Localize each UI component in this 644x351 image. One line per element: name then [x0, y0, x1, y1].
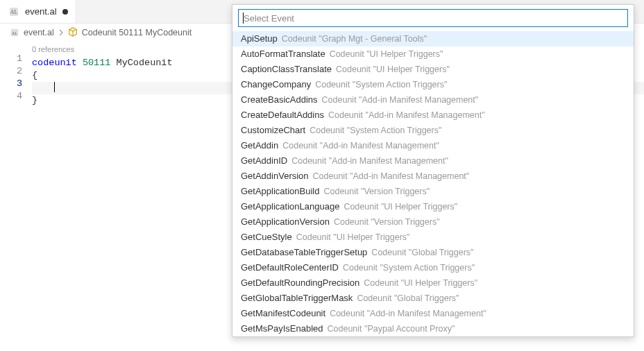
picker-item-event: GetDefaultRoundingPrecision: [241, 277, 359, 288]
picker-item[interactable]: ApiSetupCodeunit "Graph Mgt - General To…: [232, 31, 634, 46]
picker-item-source: Codeunit "Add-in Manifest Management": [328, 110, 485, 120]
picker-item-source: Codeunit "System Action Triggers": [343, 263, 475, 273]
picker-item[interactable]: CustomizeChartCodeunit "System Action Tr…: [232, 123, 634, 138]
picker-item[interactable]: AutoFormatTranslateCodeunit "UI Helper T…: [232, 46, 634, 62]
picker-item-source: Codeunit "Add-in Manifest Management": [282, 141, 439, 151]
picker-item[interactable]: GetManifestCodeunitCodeunit "Add-in Mani…: [232, 306, 634, 321]
picker-item[interactable]: CreateBasicAddinsCodeunit "Add-in Manife…: [232, 92, 634, 108]
picker-item-source: Codeunit "UI Helper Triggers": [296, 232, 410, 242]
picker-item[interactable]: GetDefaultRoundingPrecisionCodeunit "UI …: [232, 275, 634, 291]
picker-item-event: AutoFormatTranslate: [241, 49, 325, 59]
tab-label: event.al: [25, 6, 57, 17]
picker-item-event: GetManifestCodeunit: [241, 308, 325, 318]
al-file-icon: AL: [8, 6, 19, 17]
picker-item-event: GetAddin: [241, 140, 278, 151]
picker-item-event: GetAddinVersion: [241, 171, 309, 181]
svg-text:AL: AL: [12, 31, 17, 35]
picker-item[interactable]: GetApplicationBuildCodeunit "Version Tri…: [232, 184, 634, 199]
quick-picker: Select Event ApiSetupCodeunit "Graph Mgt…: [232, 4, 634, 337]
dirty-indicator-icon: [62, 9, 68, 15]
picker-item-event: ChangeCompany: [241, 79, 311, 89]
picker-item-event: CreateDefaultAddins: [241, 110, 324, 120]
svg-text:AL: AL: [10, 9, 18, 15]
picker-item[interactable]: CreateDefaultAddinsCodeunit "Add-in Mani…: [232, 108, 634, 123]
line-number: 3: [0, 78, 22, 90]
codeunit-icon: [68, 27, 78, 39]
picker-item[interactable]: GetDefaultRoleCenterIDCodeunit "System A…: [232, 260, 634, 275]
line-number: 4: [0, 90, 22, 103]
picker-item-event: CreateBasicAddins: [241, 94, 318, 105]
line-number: 1: [0, 53, 22, 65]
line-number-gutter: 1 2 3 4: [0, 43, 32, 107]
picker-item-source: Codeunit "Add-in Manifest Management": [313, 171, 470, 181]
text-cursor-icon: [54, 82, 55, 92]
picker-item[interactable]: GetDatabaseTableTriggerSetupCodeunit "Gl…: [232, 245, 634, 260]
picker-item-event: CustomizeChart: [241, 125, 305, 135]
picker-item-source: Codeunit "Global Triggers": [357, 293, 459, 303]
picker-item-event: GetDatabaseTableTriggerSetup: [241, 247, 367, 257]
picker-item-source: Codeunit "UI Helper Triggers": [336, 65, 450, 74]
al-file-icon: AL: [10, 28, 19, 37]
picker-item[interactable]: ChangeCompanyCodeunit "System Action Tri…: [232, 77, 634, 92]
picker-item-source: Codeunit "System Action Triggers": [315, 80, 447, 89]
picker-item-event: GetAddinID: [241, 155, 287, 166]
picker-item[interactable]: GetApplicationLanguageCodeunit "UI Helpe…: [232, 199, 634, 214]
picker-placeholder: Select Event: [244, 13, 294, 24]
picker-item-event: GetGlobalTableTriggerMask: [241, 293, 353, 303]
picker-item[interactable]: GetAddinVersionCodeunit "Add-in Manifest…: [232, 169, 634, 184]
picker-item-source: Codeunit "Version Triggers": [334, 217, 440, 227]
picker-item-event: CaptionClassTranslate: [241, 64, 332, 74]
line-number: 2: [0, 65, 22, 78]
breadcrumb-symbol[interactable]: Codeunit 50111 MyCodeunit: [82, 28, 192, 37]
picker-input[interactable]: Select Event: [238, 9, 628, 27]
picker-item-source: Codeunit "Add-in Manifest Management": [322, 95, 479, 105]
picker-item-source: Codeunit "System Action Triggers": [310, 126, 441, 135]
picker-item[interactable]: GetApplicationVersionCodeunit "Version T…: [232, 214, 634, 230]
picker-item[interactable]: GetGlobalTableTriggerMaskCodeunit "Globa…: [232, 291, 634, 306]
picker-item[interactable]: GetMsPayIsEnabledCodeunit "Paypal Accoun…: [232, 321, 634, 336]
breadcrumb-file[interactable]: event.al: [24, 28, 54, 37]
picker-item[interactable]: GetCueStyleCodeunit "UI Helper Triggers": [232, 230, 634, 245]
picker-item-source: Codeunit "UI Helper Triggers": [364, 278, 477, 288]
picker-list: ApiSetupCodeunit "Graph Mgt - General To…: [232, 31, 634, 336]
picker-item-source: Codeunit "Paypal Account Proxy": [328, 324, 455, 334]
picker-item-event: GetDefaultRoleCenterID: [241, 262, 339, 273]
picker-item-source: Codeunit "Graph Mgt - General Tools": [282, 34, 427, 44]
picker-item-source: Codeunit "Add-in Manifest Management": [291, 156, 448, 166]
picker-item-event: GetCueStyle: [241, 232, 292, 242]
picker-item-event: GetMsPayIsEnabled: [241, 323, 323, 334]
chevron-right-icon: [58, 28, 64, 37]
picker-item-event: ApiSetup: [241, 33, 278, 44]
picker-item-source: Codeunit "UI Helper Triggers": [344, 202, 457, 212]
picker-item[interactable]: GetAddinIDCodeunit "Add-in Manifest Mana…: [232, 153, 634, 169]
picker-item-source: Codeunit "Global Triggers": [371, 248, 473, 257]
picker-item[interactable]: CaptionClassTranslateCodeunit "UI Helper…: [232, 62, 634, 77]
picker-item-event: GetApplicationBuild: [241, 186, 319, 196]
tab-event-al[interactable]: AL event.al: [0, 0, 75, 23]
picker-item-source: Codeunit "Add-in Manifest Management": [330, 309, 486, 318]
picker-item-source: Codeunit "UI Helper Triggers": [330, 49, 443, 59]
picker-item[interactable]: GetAddinCodeunit "Add-in Manifest Manage…: [232, 138, 634, 153]
picker-item-source: Codeunit "Version Triggers": [323, 187, 430, 196]
picker-item-event: GetApplicationLanguage: [241, 201, 339, 212]
picker-item-event: GetApplicationVersion: [241, 216, 330, 227]
